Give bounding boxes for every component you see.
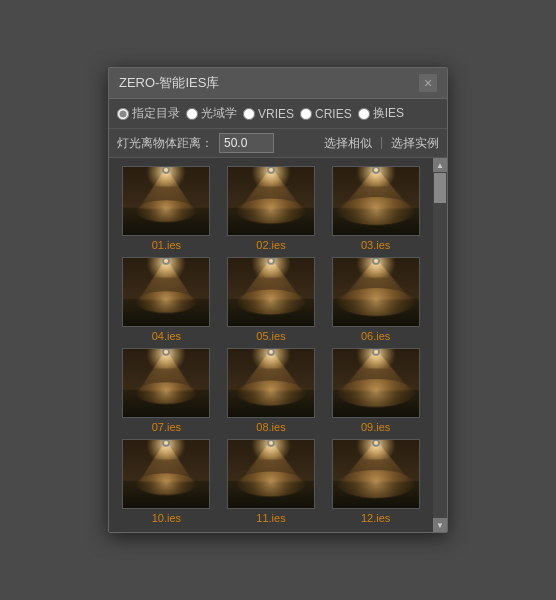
scroll-thumb[interactable] <box>434 173 446 203</box>
ies-item-12[interactable]: 12.ies <box>326 439 425 524</box>
ies-preview-03 <box>332 166 420 236</box>
radio-cries[interactable]: CRIES <box>300 107 352 121</box>
ies-label-02: 02.ies <box>256 239 285 251</box>
ies-label-12: 12.ies <box>361 512 390 524</box>
ies-preview-12 <box>332 439 420 509</box>
ies-label-06: 06.ies <box>361 330 390 342</box>
radio-vries-label: VRIES <box>258 107 294 121</box>
ies-preview-08 <box>227 348 315 418</box>
ies-preview-01 <box>122 166 210 236</box>
radio-vries-input[interactable] <box>243 108 255 120</box>
scroll-down-arrow[interactable]: ▼ <box>433 518 447 532</box>
ies-item-10[interactable]: 10.ies <box>117 439 216 524</box>
ies-item-05[interactable]: 05.ies <box>222 257 321 342</box>
distance-input[interactable] <box>219 133 274 153</box>
ies-label-04: 04.ies <box>152 330 181 342</box>
ies-preview-11 <box>227 439 315 509</box>
ies-label-01: 01.ies <box>152 239 181 251</box>
radio-dir-input[interactable] <box>117 108 129 120</box>
ies-label-03: 03.ies <box>361 239 390 251</box>
ies-item-03[interactable]: 03.ies <box>326 166 425 251</box>
separator: | <box>380 135 383 152</box>
ies-preview-06 <box>332 257 420 327</box>
radio-ies-input[interactable] <box>358 108 370 120</box>
distance-label: 灯光离物体距离： <box>117 135 213 152</box>
radio-light-label: 光域学 <box>201 105 237 122</box>
radio-ies-label: 换IES <box>373 105 404 122</box>
ies-item-02[interactable]: 02.ies <box>222 166 321 251</box>
distance-actions: 选择相似 | 选择实例 <box>324 135 439 152</box>
title-bar: ZERO-智能IES库 × <box>109 68 447 99</box>
ies-label-05: 05.ies <box>256 330 285 342</box>
ies-grid: 01.ies02.ies03.ies04.ies05.ies06.ies07.i… <box>117 166 425 524</box>
radio-dir[interactable]: 指定目录 <box>117 105 180 122</box>
ies-preview-07 <box>122 348 210 418</box>
radio-light-input[interactable] <box>186 108 198 120</box>
ies-label-10: 10.ies <box>152 512 181 524</box>
radio-ies[interactable]: 换IES <box>358 105 404 122</box>
ies-label-11: 11.ies <box>256 512 285 524</box>
ies-preview-10 <box>122 439 210 509</box>
radio-vries[interactable]: VRIES <box>243 107 294 121</box>
ies-item-08[interactable]: 08.ies <box>222 348 321 433</box>
radio-dir-label: 指定目录 <box>132 105 180 122</box>
ies-label-09: 09.ies <box>361 421 390 433</box>
ies-preview-04 <box>122 257 210 327</box>
ies-label-08: 08.ies <box>256 421 285 433</box>
close-button[interactable]: × <box>419 74 437 92</box>
radio-cries-input[interactable] <box>300 108 312 120</box>
ies-preview-05 <box>227 257 315 327</box>
toolbar: 指定目录 光域学 VRIES CRIES 换IES <box>109 99 447 129</box>
main-window: ZERO-智能IES库 × 指定目录 光域学 VRIES CRIES 换IES … <box>108 67 448 533</box>
distance-bar: 灯光离物体距离： 选择相似 | 选择实例 <box>109 129 447 158</box>
ies-item-07[interactable]: 07.ies <box>117 348 216 433</box>
radio-light[interactable]: 光域学 <box>186 105 237 122</box>
radio-cries-label: CRIES <box>315 107 352 121</box>
scroll-up-arrow[interactable]: ▲ <box>433 158 447 172</box>
window-title: ZERO-智能IES库 <box>119 74 219 92</box>
scroll-track[interactable] <box>433 172 447 518</box>
select-example-link[interactable]: 选择实例 <box>391 135 439 152</box>
ies-item-04[interactable]: 04.ies <box>117 257 216 342</box>
grid-area: 01.ies02.ies03.ies04.ies05.ies06.ies07.i… <box>109 158 433 532</box>
ies-item-11[interactable]: 11.ies <box>222 439 321 524</box>
ies-preview-02 <box>227 166 315 236</box>
content-area: 01.ies02.ies03.ies04.ies05.ies06.ies07.i… <box>109 158 447 532</box>
ies-preview-09 <box>332 348 420 418</box>
ies-item-09[interactable]: 09.ies <box>326 348 425 433</box>
ies-item-01[interactable]: 01.ies <box>117 166 216 251</box>
ies-label-07: 07.ies <box>152 421 181 433</box>
ies-item-06[interactable]: 06.ies <box>326 257 425 342</box>
scrollbar[interactable]: ▲ ▼ <box>433 158 447 532</box>
select-similar-link[interactable]: 选择相似 <box>324 135 372 152</box>
